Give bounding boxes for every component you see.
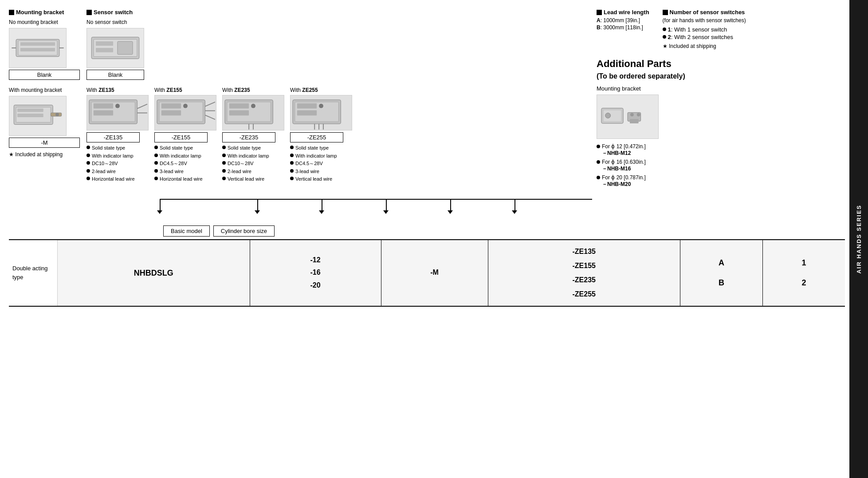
svg-point-38 — [251, 103, 255, 108]
no-sensor-label: No sensor switch — [86, 19, 144, 25]
bottom-table: Double acting type NHBDSLG -12 -16 -20 -… — [9, 239, 845, 307]
svg-rect-14 — [17, 114, 43, 117]
no-bracket-value: Blank — [9, 70, 80, 80]
num-sensors-icon — [663, 10, 668, 15]
ze235-features: Solid state type With indicator lamp DC1… — [222, 144, 287, 183]
ze255-label: With ZE255 — [290, 87, 354, 93]
num-sensors-2: 2: With 2 sensor switches — [663, 34, 746, 40]
num-sensors-sub: (for air hands with sensor switches) — [663, 17, 746, 24]
ze155-label: With ZE155 — [154, 87, 219, 93]
table-cell-model: NHBDSLG — [58, 240, 250, 306]
svg-rect-9 — [96, 48, 113, 52]
svg-point-49 — [605, 113, 611, 118]
svg-rect-27 — [161, 110, 181, 115]
svg-point-23 — [115, 103, 120, 108]
with-bracket-image — [9, 96, 67, 136]
ze255-code: -ZE255 — [290, 132, 343, 142]
ze135-features: Solid state type With indicator lamp DC1… — [86, 144, 151, 183]
no-sensor-image — [86, 28, 144, 68]
svg-rect-13 — [17, 108, 43, 112]
ze135-label: With ZE135 — [86, 87, 151, 93]
sidebar-label: AIR HANDS SERIES — [856, 205, 862, 274]
sensor-ze135: With ZE135 — [86, 87, 151, 183]
table-cell-mounting: -M — [381, 240, 488, 306]
sensor-ze235: With ZE235 — [222, 87, 287, 183]
svg-point-53 — [637, 113, 640, 116]
bracket-star-note: ★ Included at shipping — [9, 151, 80, 158]
sensor-ze255: With ZE255 — [290, 87, 354, 183]
svg-point-46 — [319, 103, 323, 108]
no-bracket-image — [9, 28, 67, 68]
svg-rect-42 — [297, 110, 317, 115]
svg-line-28 — [205, 102, 215, 106]
ze235-image — [222, 95, 284, 130]
table-cell-bore: -12 -16 -20 — [250, 240, 381, 306]
mounting-bracket-header: Mounting bracket — [9, 9, 80, 16]
svg-rect-41 — [297, 103, 317, 108]
cylinder-bore-label: Cylinder bore size — [213, 225, 275, 237]
additional-parts-section: Additional Parts (To be ordered separate… — [597, 58, 845, 190]
svg-rect-26 — [161, 103, 181, 108]
num-sensors-1: 1: With 1 sensor switch — [663, 26, 746, 33]
svg-rect-34 — [229, 103, 249, 108]
ze155-features: Solid state type With indicator lamp DC4… — [154, 144, 219, 183]
with-bracket-value: -M — [9, 138, 80, 148]
basic-model-label: Basic model — [163, 225, 210, 237]
lead-wire-header: Lead wire length — [597, 9, 649, 16]
svg-point-16 — [55, 113, 59, 116]
ze255-features: Solid state type With indicator lamp DC4… — [290, 144, 354, 183]
num-sensors-header: Number of sensor switches — [663, 9, 746, 16]
bracket-photo — [597, 95, 659, 139]
header-icon — [9, 10, 14, 15]
svg-point-31 — [183, 103, 188, 108]
with-bracket-label: With mounting bracket — [9, 87, 80, 93]
svg-rect-20 — [94, 110, 113, 115]
table-cell-sensor: -ZE135 -ZE155 -ZE235 -ZE255 — [488, 240, 681, 306]
svg-rect-51 — [630, 119, 639, 123]
num-sensors-star: ★ Included at shipping — [663, 43, 746, 49]
part-nhb-m16: For ϕ 16 [0.630in.]－NHB-M16 — [597, 159, 845, 173]
svg-rect-19 — [94, 103, 113, 108]
ze135-code: -ZE135 — [86, 132, 140, 142]
sensor-ze155: With ZE155 — [154, 87, 219, 183]
ze235-label: With ZE235 — [222, 87, 287, 93]
bracket-label: Mounting bracket — [597, 85, 845, 92]
ze155-image — [154, 95, 216, 130]
svg-point-52 — [630, 113, 634, 116]
ze135-image — [86, 95, 149, 130]
svg-rect-35 — [229, 110, 249, 115]
part-nhb-m20: For ϕ 20 [0.787in.]－NHB-M20 — [597, 174, 845, 188]
lead-wire-a: A: 1000mm [39in.] — [597, 17, 649, 24]
row-type-label: Double acting type — [9, 240, 58, 306]
part-nhb-m12: For ϕ 12 [0.472in.]－NHB-M12 — [597, 143, 845, 157]
ze155-code: -ZE155 — [154, 132, 208, 142]
svg-rect-3 — [20, 48, 55, 51]
lead-wire-section: Lead wire length A: 1000mm [39in.] B: 30… — [597, 9, 649, 49]
sensor-switch-header: Sensor switch — [86, 9, 133, 16]
svg-rect-10 — [118, 41, 133, 54]
sidebar: AIR HANDS SERIES — [849, 0, 868, 478]
lead-wire-icon — [597, 10, 602, 15]
svg-line-21 — [137, 104, 147, 108]
svg-line-30 — [205, 115, 215, 119]
ze235-code: -ZE235 — [222, 132, 275, 142]
no-sensor-value: Blank — [86, 70, 144, 80]
ze255-image — [290, 95, 352, 130]
num-sensors-section: Number of sensor switches (for air hands… — [663, 9, 746, 49]
svg-rect-2 — [20, 42, 55, 46]
header-icon-2 — [86, 10, 92, 15]
table-cell-lead: A B — [680, 240, 763, 306]
lead-wire-b: B: 3000mm [118in.] — [597, 24, 649, 31]
additional-parts-title: Additional Parts (To be ordered separate… — [597, 58, 845, 82]
svg-rect-8 — [96, 41, 113, 46]
no-bracket-label: No mounting bracket — [9, 19, 80, 25]
table-cell-num: 1 2 — [763, 240, 845, 306]
